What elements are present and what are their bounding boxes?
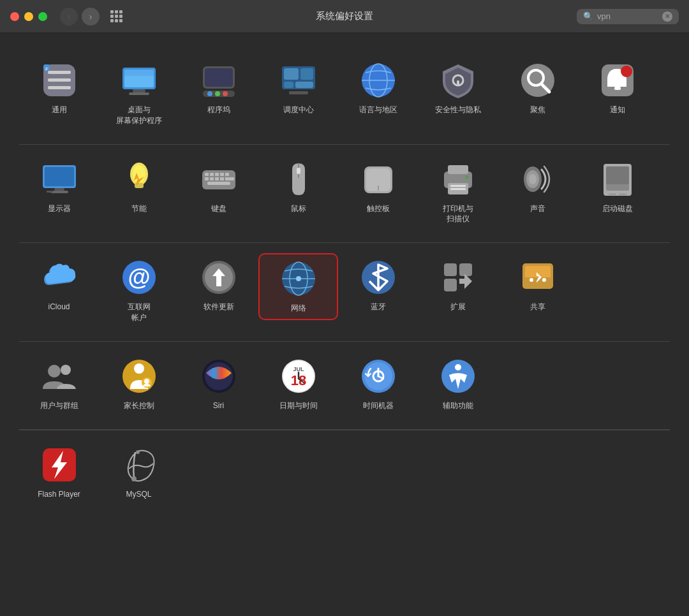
datetime-icon: JUL 18	[279, 357, 318, 395]
pref-network[interactable]: 网络	[258, 253, 338, 320]
softwareupdate-icon	[200, 258, 238, 297]
svg-rect-73	[609, 193, 616, 195]
keyboard-icon	[200, 160, 238, 198]
users-label: 用户与群组	[40, 400, 78, 411]
personal-grid: F 通用 桌面与屏幕保护程序	[19, 56, 670, 131]
close-button[interactable]	[10, 12, 19, 21]
mouse-label: 鼠标	[291, 203, 306, 214]
svg-rect-84	[444, 263, 457, 276]
section-internet: iCloud @ 互联网帐户	[19, 243, 670, 342]
svg-point-114	[136, 450, 140, 454]
pref-desktop[interactable]: 桌面与屏幕保护程序	[99, 56, 179, 131]
siri-icon	[200, 357, 238, 395]
maximize-button[interactable]	[38, 12, 47, 21]
pref-security[interactable]: 安全性与隐私	[418, 56, 498, 121]
extensions-label: 扩展	[450, 302, 466, 312]
svg-rect-46	[215, 173, 219, 176]
svg-rect-52	[220, 177, 224, 180]
bluetooth-label: 蓝牙	[371, 302, 386, 312]
back-button[interactable]: ‹	[60, 8, 78, 26]
svg-rect-21	[295, 82, 313, 88]
window-title: 系统偏好设置	[316, 10, 373, 22]
svg-rect-72	[606, 166, 629, 184]
pref-sharing[interactable]: 共享	[498, 253, 577, 318]
pref-notifications[interactable]: 通知	[577, 56, 657, 121]
svg-rect-74	[619, 193, 626, 195]
svg-point-34	[621, 66, 632, 77]
svg-text:F: F	[45, 66, 48, 72]
pref-softwareupdate[interactable]: 软件更新	[179, 253, 258, 318]
icloud-label: iCloud	[48, 302, 70, 312]
pref-datetime[interactable]: JUL 18 日期与时间	[258, 352, 338, 416]
pref-printers[interactable]: 打印机与扫描仪	[418, 155, 498, 230]
pref-sound[interactable]: 声音	[498, 155, 577, 219]
pref-flashplayer[interactable]: Flash Player	[19, 441, 99, 505]
parental-label: 家长控制	[124, 400, 154, 411]
svg-rect-10	[129, 92, 149, 95]
pref-mouse[interactable]: 鼠标	[258, 155, 338, 219]
grid-view-button[interactable]	[106, 8, 126, 26]
pref-internet-accounts[interactable]: @ 互联网帐户	[99, 253, 179, 328]
system-grid: 用户与群组 家长控制	[19, 352, 670, 416]
displays-icon	[40, 160, 78, 198]
sharing-label: 共享	[530, 302, 545, 312]
pref-mission[interactable]: 调度中心	[258, 56, 338, 121]
search-input[interactable]: vpn	[597, 11, 658, 21]
svg-rect-37	[54, 188, 64, 191]
pref-siri[interactable]: Siri	[179, 352, 258, 416]
bluetooth-icon	[359, 258, 397, 297]
svg-point-90	[530, 278, 533, 282]
startup-icon	[598, 160, 637, 198]
pref-mysql[interactable]: MySQL	[99, 441, 179, 505]
pref-keyboard[interactable]: 键盘	[179, 155, 258, 219]
svg-point-92	[48, 365, 61, 378]
parental-icon	[120, 357, 158, 395]
desktop-label: 桌面与屏幕保护程序	[116, 105, 162, 126]
svg-point-93	[61, 365, 71, 375]
pref-language[interactable]: 语言与地区	[338, 56, 418, 121]
search-clear-button[interactable]: ✕	[662, 11, 672, 22]
sound-label: 声音	[530, 203, 545, 214]
internet-accounts-icon: @	[120, 258, 158, 297]
pref-timemachine[interactable]: 时间机器	[338, 352, 418, 416]
pref-accessibility[interactable]: 辅助功能	[418, 352, 498, 416]
pref-energy[interactable]: 节能	[99, 155, 179, 219]
svg-text:JUL: JUL	[293, 366, 304, 372]
svg-rect-49	[205, 177, 209, 180]
pref-extensions[interactable]: 扩展	[418, 253, 498, 318]
mission-label: 调度中心	[283, 105, 314, 115]
flashplayer-label: Flash Player	[38, 489, 80, 500]
traffic-lights	[10, 12, 47, 21]
svg-rect-12	[205, 68, 233, 87]
pref-parental[interactable]: 家长控制	[99, 352, 179, 416]
svg-rect-33	[614, 87, 621, 90]
svg-point-14	[207, 91, 212, 96]
pref-spotlight[interactable]: 聚焦	[498, 56, 577, 121]
section-hardware: 显示器 节能	[19, 145, 670, 244]
svg-rect-38	[50, 191, 68, 193]
svg-rect-3	[48, 86, 71, 89]
search-icon: 🔍	[583, 11, 593, 21]
nav-buttons: ‹ ›	[60, 8, 100, 26]
pref-bluetooth[interactable]: 蓝牙	[338, 253, 418, 318]
svg-rect-8	[124, 70, 154, 76]
section-thirdparty: Flash Player MySQL	[19, 430, 670, 505]
svg-text:@: @	[128, 264, 150, 290]
forward-button[interactable]: ›	[82, 8, 100, 26]
svg-point-95	[134, 363, 144, 374]
pref-trackpad[interactable]: 触控板	[338, 155, 418, 219]
svg-rect-39	[47, 191, 53, 193]
pref-users[interactable]: 用户与群组	[19, 352, 99, 416]
accessibility-label: 辅助功能	[443, 400, 473, 411]
pref-icloud[interactable]: iCloud	[19, 253, 99, 318]
pref-general[interactable]: F 通用	[19, 56, 99, 121]
pref-dock[interactable]: 程序坞	[179, 56, 258, 121]
language-icon	[359, 61, 397, 99]
siri-label: Siri	[213, 400, 224, 411]
pref-displays[interactable]: 显示器	[19, 155, 99, 219]
minimize-button[interactable]	[24, 12, 33, 21]
search-bar[interactable]: 🔍 vpn ✕	[577, 9, 679, 24]
pref-startup[interactable]: 启动磁盘	[577, 155, 657, 219]
svg-rect-27	[457, 80, 459, 85]
section-system: 用户与群组 家长控制	[19, 342, 670, 430]
